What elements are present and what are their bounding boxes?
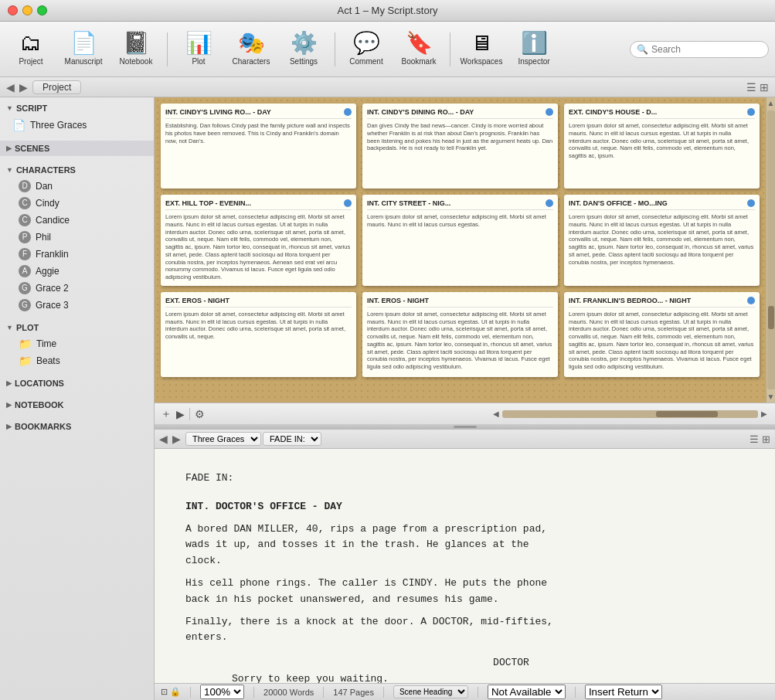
- sidebar-header-characters[interactable]: ▼ CHARACTERS: [0, 162, 154, 178]
- sidebar-item-candice[interactable]: C Candice: [0, 212, 154, 229]
- sb-sep-6: [575, 687, 576, 698]
- scene-select[interactable]: Three Graces FADE IN:: [185, 432, 321, 446]
- scrollbar-up-arrow[interactable]: ▲: [766, 97, 775, 109]
- index-card-5[interactable]: INT. DAN'S OFFICE - MO...INGLorem ipsum …: [564, 195, 760, 286]
- sidebar-plot-label: PLOT: [16, 323, 39, 332]
- characters-button[interactable]: 🎭 Characters: [226, 26, 276, 73]
- index-card-7[interactable]: INT. EROS - NIGHTLorem ipsum dolor sit a…: [362, 292, 558, 377]
- sidebar-header-notebook[interactable]: ▶ NOTEBOOK: [0, 397, 154, 413]
- sidebar-section-plot: ▼ PLOT 📁 Time 📁 Beats: [0, 317, 154, 372]
- sidebar-header-script[interactable]: ▼ SCRIPT: [0, 100, 154, 116]
- characters-collapse-icon: ▼: [6, 166, 13, 174]
- search-input[interactable]: [651, 44, 762, 55]
- card-body-1: Dan gives Cindy the bad news—cancer. Cin…: [367, 122, 553, 152]
- card-add-button[interactable]: ＋: [161, 407, 172, 421]
- sidebar-script-label: SCRIPT: [16, 104, 47, 113]
- drag-handle-indicator: [454, 426, 477, 428]
- search-box[interactable]: 🔍: [630, 41, 769, 58]
- script-editor[interactable]: FADE IN:INT. DOCTOR'S OFFICE - DAYA bore…: [155, 449, 775, 683]
- sidebar-character-grace2: Grace 2: [36, 283, 69, 294]
- card-header-1: INT. CINDY'S DINING RO... - DAY: [367, 108, 553, 119]
- action-select[interactable]: Insert Return: [585, 685, 662, 699]
- workspaces-button[interactable]: 🖥 Workspaces: [457, 26, 506, 73]
- card-settings-button[interactable]: ⚙: [195, 408, 205, 420]
- card-header-6: EXT. EROS - NIGHT: [165, 297, 352, 308]
- settings-button[interactable]: ⚙️ Settings: [279, 26, 328, 73]
- project-button[interactable]: 🗂 Project: [6, 26, 56, 73]
- sidebar-bookmarks-label: BOOKMARKS: [15, 422, 71, 431]
- maximize-button[interactable]: [37, 5, 47, 15]
- sidebar-item-cindy[interactable]: C Cindy: [0, 195, 154, 212]
- sidebar-item-grace2[interactable]: G Grace 2: [0, 280, 154, 297]
- sb-icons: ⊡ 🔒: [161, 687, 181, 697]
- title-bar: Act 1 – My Script.story: [0, 0, 775, 22]
- sidebar-item-aggie[interactable]: A Aggie: [0, 263, 154, 280]
- sidebar-item-franklin[interactable]: F Franklin: [0, 246, 154, 263]
- index-card-8[interactable]: INT. FRANKLIN'S BEDROO... - NIGHTLorem i…: [564, 292, 760, 377]
- sidebar-item-time[interactable]: 📁 Time: [0, 335, 154, 352]
- index-card-6[interactable]: EXT. EROS - NIGHTLorem ipsum dolor sit a…: [161, 292, 356, 377]
- nav-forward-button[interactable]: ▶: [19, 81, 28, 93]
- script-play-button[interactable]: ▶: [172, 433, 181, 445]
- availability-select[interactable]: Not Available: [488, 685, 566, 699]
- comment-button[interactable]: 💬 Comment: [342, 26, 391, 73]
- toolbar-separator-1: [167, 32, 168, 66]
- inspector-label: Inspector: [518, 57, 549, 66]
- element-type[interactable]: Scene Heading: [393, 685, 468, 698]
- card-body-6: Lorem ipsum dolor sit amet, consectetur …: [165, 311, 352, 341]
- inspector-button[interactable]: ℹ️ Inspector: [509, 26, 559, 73]
- sidebar-script-three-graces[interactable]: 📄 Three Graces: [0, 116, 154, 134]
- settings-label: Settings: [290, 57, 318, 66]
- index-card-0[interactable]: INT. CINDY'S LIVING RO... - DAYEstablish…: [161, 104, 356, 189]
- view-grid-icon[interactable]: ⊞: [760, 81, 769, 93]
- script-view-grid-icon[interactable]: ⊞: [762, 433, 770, 445]
- index-card-1[interactable]: INT. CINDY'S DINING RO... - DAYDan gives…: [362, 104, 558, 189]
- sidebar-section-bookmarks: ▶ BOOKMARKS: [0, 416, 154, 437]
- toolbar-separator-2: [335, 32, 335, 66]
- minimize-button[interactable]: [22, 5, 32, 15]
- scene-name-select[interactable]: Three Graces: [185, 432, 261, 446]
- dan-icon: D: [19, 180, 31, 192]
- index-card-2[interactable]: EXT. CINDY'S HOUSE - D...Lorem ipsum dol…: [564, 104, 760, 189]
- zoom-select[interactable]: 100%: [200, 685, 244, 699]
- script-line-1: INT. DOCTOR'S OFFICE - DAY: [185, 499, 744, 515]
- sidebar-header-bookmarks[interactable]: ▶ BOOKMARKS: [0, 419, 154, 434]
- sidebar-item-grace3[interactable]: G Grace 3: [0, 297, 154, 314]
- card-body-7: Lorem ipsum dolor sit amet, consectetur …: [367, 311, 553, 371]
- sidebar-header-plot[interactable]: ▼ PLOT: [0, 320, 154, 335]
- card-body-8: Lorem ipsum dolor sit amet, consectetur …: [569, 311, 755, 371]
- scrollbar-track: [767, 110, 775, 389]
- h-scrollbar-area: ◀ ▶: [491, 409, 769, 420]
- index-card-3[interactable]: EXT. HILL TOP - EVENIN...Lorem ipsum dol…: [161, 195, 356, 286]
- sidebar-plot-time: Time: [36, 338, 56, 349]
- card-area-wrapper: INT. CINDY'S LIVING RO... - DAYEstablish…: [155, 97, 775, 403]
- manuscript-button[interactable]: 📄 Manuscript: [59, 26, 108, 73]
- element-type-select[interactable]: Scene Heading: [393, 685, 468, 698]
- card-play-button[interactable]: ▶: [176, 408, 185, 420]
- card-dot-8: [747, 297, 755, 304]
- sidebar-header-scenes[interactable]: ▶ SCENES: [0, 141, 154, 156]
- sidebar-item-beats[interactable]: 📁 Beats: [0, 352, 154, 369]
- bookmark-button[interactable]: 🔖 Bookmark: [394, 26, 444, 73]
- transition-select[interactable]: FADE IN:: [263, 432, 321, 446]
- scrollbar-thumb: [768, 306, 774, 329]
- index-card-4[interactable]: INT. CITY STREET - NIG...Lorem ipsum dol…: [362, 195, 558, 286]
- card-area-scrollbar[interactable]: ▲ ▼: [766, 97, 775, 403]
- script-view-list-icon[interactable]: ☰: [750, 433, 759, 445]
- plot-button[interactable]: 📊 Plot: [174, 26, 223, 73]
- sidebar-item-phil[interactable]: P Phil: [0, 229, 154, 246]
- h-scroll-right[interactable]: ▶: [760, 409, 769, 418]
- plot-collapse-icon: ▼: [6, 324, 13, 331]
- notebook-button[interactable]: 📓 Notebook: [111, 26, 161, 73]
- nav-back-button[interactable]: ◀: [6, 81, 15, 93]
- plot-icon: 📊: [185, 32, 212, 54]
- view-list-icon[interactable]: ☰: [746, 81, 756, 93]
- sidebar-item-dan[interactable]: D Dan: [0, 178, 154, 195]
- sidebar-header-locations[interactable]: ▶ LOCATIONS: [0, 375, 154, 391]
- h-scroll-left[interactable]: ◀: [491, 409, 501, 418]
- script-line-5: DOCTOR: [278, 655, 744, 671]
- close-button[interactable]: [8, 5, 18, 15]
- card-header-0: INT. CINDY'S LIVING RO... - DAY: [165, 108, 352, 119]
- scrollbar-down-arrow[interactable]: ▼: [766, 391, 775, 403]
- script-nav-back[interactable]: ◀: [159, 433, 168, 445]
